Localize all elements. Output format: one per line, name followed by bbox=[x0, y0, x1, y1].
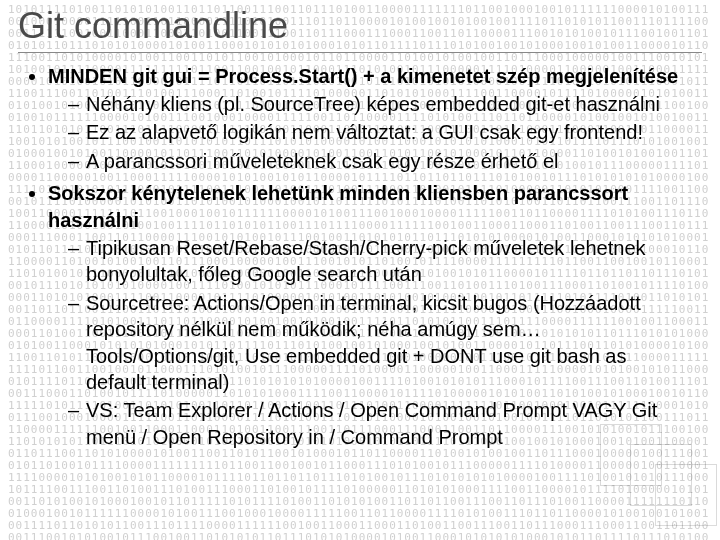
bullet-text: MINDEN git gui = Process.Start() + a kim… bbox=[48, 65, 678, 87]
title-divider bbox=[18, 52, 702, 53]
sub-bullet-list: Néhány kliens (pl. SourceTree) képes emb… bbox=[48, 91, 692, 174]
sub-bullet-item: Tipikusan Reset/Rebase/Stash/Cherry-pick… bbox=[68, 235, 692, 288]
bullet-list: MINDEN git gui = Process.Start() + a kim… bbox=[18, 63, 702, 450]
sub-bullet-item: Sourcetree: Actions/Open in terminal, ki… bbox=[68, 290, 692, 396]
bullet-item: MINDEN git gui = Process.Start() + a kim… bbox=[48, 63, 692, 175]
bullet-text: Sokszor kénytelenek lehetünk minden klie… bbox=[48, 182, 628, 230]
sub-bullet-list: Tipikusan Reset/Rebase/Stash/Cherry-pick… bbox=[48, 235, 692, 450]
sub-bullet-item: Ez az alapvető logikán nem változtat: a … bbox=[68, 119, 692, 145]
slide-content: Git commandline MINDEN git gui = Process… bbox=[0, 0, 720, 450]
bullet-item: Sokszor kénytelenek lehetünk minden klie… bbox=[48, 180, 692, 450]
sub-bullet-item: Néhány kliens (pl. SourceTree) képes emb… bbox=[68, 91, 692, 117]
slide-title: Git commandline bbox=[18, 6, 702, 46]
sub-bullet-item: A parancssori műveleteknek csak egy rész… bbox=[68, 148, 692, 174]
sub-bullet-item: VS: Team Explorer / Actions / Open Comma… bbox=[68, 397, 692, 450]
